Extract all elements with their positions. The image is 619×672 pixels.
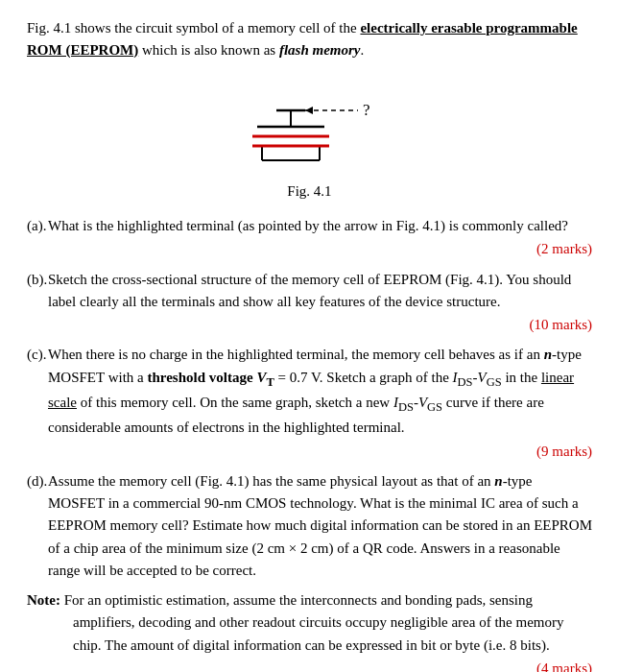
question-a: (a). What is the highlighted terminal (a… [27,215,592,261]
note-text: For an optimistic estimation, assume the… [64,592,564,653]
question-b-label: (b). [27,269,48,291]
note-block: Note: For an optimistic estimation, assu… [27,589,592,672]
question-c-label: (c). [27,344,48,366]
question-a-label: (a). [27,215,48,237]
note-label: Note: [27,592,60,608]
question-b: (b). Sketch the cross-sectional structur… [27,269,592,337]
question-d: (d). Assume the memory cell (Fig. 4.1) h… [27,470,592,582]
question-d-marks: (4 marks) [27,658,592,672]
circuit-diagram: ? [209,74,411,180]
question-b-marks: (10 marks) [27,314,592,336]
question-c-marks: (9 marks) [27,441,592,463]
question-d-label: (d). [27,470,48,492]
question-a-text: What is the highlighted terminal (as poi… [48,215,592,237]
question-c: (c). When there is no charge in the high… [27,344,592,463]
question-a-marks: (2 marks) [27,238,592,260]
intro-paragraph: Fig. 4.1 shows the circuit symbol of a m… [27,17,592,60]
figure-container: ? Fig. 4.1 [27,74,592,209]
svg-marker-9 [305,107,313,114]
svg-text:?: ? [363,101,370,119]
question-b-text: Sketch the cross-sectional structure of … [48,269,592,314]
question-d-text: Assume the memory cell (Fig. 4.1) has th… [48,470,592,582]
figure-label: Fig. 4.1 [287,183,331,200]
question-c-text: When there is no charge in the highlight… [48,344,592,439]
